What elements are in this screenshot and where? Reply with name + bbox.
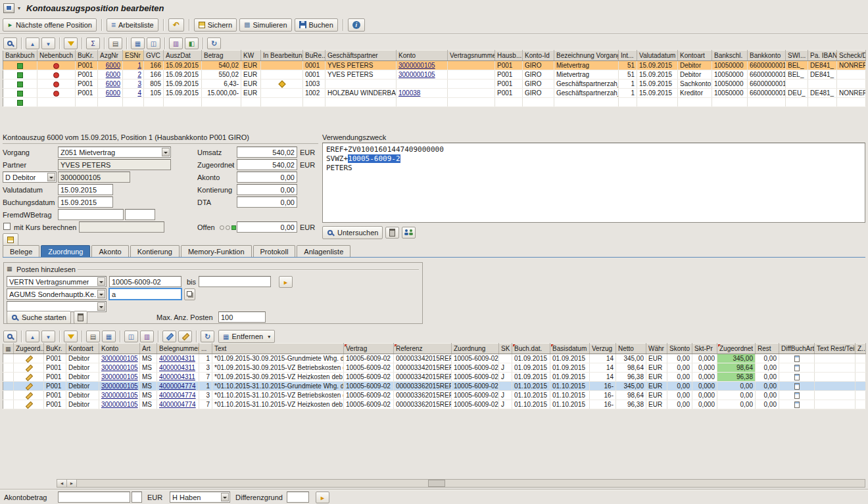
nächste-offene-position-button[interactable]: Nächste offene Position — [3, 18, 97, 32]
column-header[interactable]: Belegnummer — [157, 344, 199, 354]
print-button[interactable] — [108, 37, 122, 49]
column-header[interactable]: SK — [499, 344, 512, 354]
tab-kontierung[interactable]: Kontierung — [130, 245, 180, 257]
cell-link[interactable]: 3000000105 — [101, 373, 138, 380]
column-header[interactable]: AuszDat — [164, 51, 202, 61]
column-header[interactable]: Verzug — [590, 344, 616, 354]
copy-criteria-button[interactable] — [279, 276, 293, 288]
vorgang-select[interactable]: Z051 Mietvertrag — [58, 147, 171, 158]
chart-button[interactable] — [185, 37, 199, 49]
tab-akonto[interactable]: Akonto — [91, 245, 128, 257]
column-header[interactable]: Kontoart — [678, 51, 712, 61]
tab-zuordnung[interactable]: Zuordnung — [41, 245, 90, 257]
column-header[interactable]: Text Rest/Teilzlg — [815, 344, 856, 354]
scroll-left-button[interactable]: ◄ — [57, 480, 67, 487]
max-posten-input[interactable] — [218, 311, 266, 323]
tab-belege[interactable]: Belege — [3, 245, 39, 257]
cell-link[interactable]: 6000 — [106, 89, 120, 97]
column-header[interactable]: Zugeordnet — [717, 344, 756, 354]
kurs-rate-field[interactable] — [79, 221, 164, 233]
column-header[interactable]: Nebenbuch — [37, 51, 76, 61]
multiple-selection-button[interactable] — [184, 288, 195, 300]
cell-link[interactable]: 4 — [137, 89, 141, 97]
info-button[interactable] — [348, 18, 365, 32]
verwendungszweck-textarea[interactable]: EREF+ZV01001601447409000000 SVWZ+10005-6… — [322, 143, 865, 223]
cell-link[interactable]: 3000000105 — [101, 382, 138, 390]
column-header[interactable]: Bankbuch — [3, 51, 37, 61]
column-header[interactable]: Betrag — [202, 51, 241, 61]
scrollbar-track[interactable] — [77, 480, 865, 487]
filter-button[interactable] — [64, 37, 78, 49]
valutadatum-field[interactable] — [58, 184, 113, 195]
column-header[interactable]: Pa. IBAN — [808, 51, 837, 61]
clear-criteria-button[interactable] — [74, 311, 87, 324]
column-header[interactable]: BuKr. — [44, 344, 66, 354]
horizontal-scrollbar[interactable]: ◄ ► — [57, 479, 865, 488]
criterion2-select[interactable]: AGUMS Sonderhauptb.Ke.. — [7, 288, 107, 300]
cell-link[interactable]: 3000000105 — [101, 355, 138, 362]
column-header[interactable]: SWI... — [786, 51, 808, 61]
column-header[interactable]: Hausb... — [495, 51, 523, 61]
column-header[interactable]: Bankschl. — [712, 51, 748, 61]
buchen-button[interactable]: Buchen — [295, 18, 338, 32]
umsatz-field[interactable] — [237, 147, 297, 158]
fremdwbetrag-field[interactable] — [58, 209, 124, 220]
export-button[interactable] — [169, 37, 183, 49]
scrollbar-thumb[interactable] — [428, 480, 445, 487]
cell-link[interactable]: 4000004311 — [159, 355, 195, 362]
column-header[interactable]: Zuordnung — [452, 344, 499, 354]
table-row[interactable]: P001Debitor3000000105MS40000043113*01.09… — [3, 363, 866, 373]
column-header[interactable]: Scheck/D — [837, 51, 866, 61]
table-row[interactable]: P001Debitor3000000105MS40000043117*01.09… — [3, 373, 866, 382]
sum-button[interactable] — [86, 37, 100, 49]
grid-button[interactable] — [131, 37, 145, 49]
cell-link[interactable]: 3000000105 — [398, 62, 435, 69]
cell-link[interactable]: 3000000105 — [101, 392, 138, 399]
column-header[interactable]: Text — [212, 344, 344, 354]
column-header[interactable]: AzgNr — [98, 51, 123, 61]
column-header[interactable]: Netto — [616, 344, 646, 354]
table-row[interactable]: P001Debitor3000000105MS40000047741*01.10… — [3, 382, 866, 391]
cell-link[interactable]: 6000 — [106, 71, 120, 78]
print-button[interactable] — [86, 331, 100, 342]
table-row[interactable]: P001Debitor3000000105MS40000047747*01.10… — [3, 400, 866, 409]
zugeordnet-field[interactable] — [237, 159, 297, 170]
account-type-select[interactable]: D Debitor — [3, 172, 57, 183]
tab-memory-funktion[interactable]: Memory-Funktion — [181, 245, 252, 257]
column-header[interactable]: Valutadatum — [637, 51, 678, 61]
suche-starten-button[interactable]: Suche starten — [7, 311, 71, 324]
criterion2-from-input[interactable] — [109, 288, 181, 300]
cell-link[interactable]: 2 — [137, 71, 141, 78]
simulieren-button[interactable]: Simulieren — [239, 18, 291, 32]
column-header[interactable]: GVC — [144, 51, 164, 61]
column-header[interactable]: Basisdatum — [550, 344, 590, 354]
views-button[interactable] — [124, 331, 138, 342]
column-header[interactable]: Bezeichnung Vorgang — [554, 51, 619, 61]
grid-button[interactable] — [102, 331, 116, 342]
table-row[interactable]: P0016000216615.09.2015550,02EUR0001YVES … — [3, 70, 866, 80]
column-header[interactable]: ESNr — [123, 51, 144, 61]
dta-field[interactable] — [237, 196, 297, 208]
table-row[interactable]: P0016000410515.09.201515.000,00-EUR1002H… — [3, 89, 866, 98]
cell-link[interactable]: 4000004774 — [159, 392, 196, 399]
sort-asc-button[interactable] — [26, 331, 39, 342]
pencil-button[interactable] — [178, 331, 192, 342]
table-row[interactable]: P0016000116615.09.2015540,02EUR0001YVES … — [3, 61, 866, 70]
column-header[interactable]: Kontoart — [66, 344, 99, 354]
column-header[interactable]: Int... — [619, 51, 637, 61]
transfer-button[interactable] — [316, 492, 329, 503]
undo-button[interactable] — [168, 18, 184, 32]
chevron-down-icon[interactable]: ▾ — [18, 5, 20, 11]
column-header[interactable]: Konto — [397, 51, 448, 61]
differenzgrund-input[interactable] — [287, 492, 309, 503]
tab-anlagenliste[interactable]: Anlagenliste — [297, 245, 350, 257]
search-button[interactable] — [3, 37, 17, 49]
entfernen-button[interactable]: Entfernen▾ — [218, 330, 275, 343]
column-header[interactable]: Konto — [99, 344, 140, 354]
akontobetrag-input[interactable] — [58, 492, 130, 503]
partner-button[interactable] — [402, 227, 416, 239]
column-header[interactable]: BuRe... — [303, 51, 326, 61]
table-row[interactable]: P0016000380515.09.20156,43-EUR1003P001GI… — [3, 80, 866, 89]
column-header[interactable]: Zugeord... — [14, 344, 44, 354]
criterion1-to-input[interactable] — [199, 276, 271, 287]
